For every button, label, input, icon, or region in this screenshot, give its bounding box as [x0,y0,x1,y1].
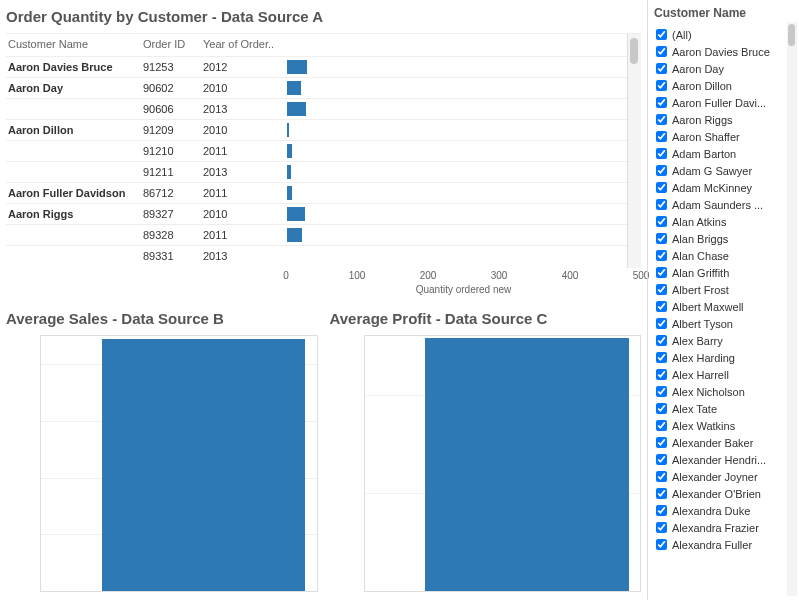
filter-checkbox[interactable] [656,505,667,516]
chart-bar[interactable] [425,338,629,591]
filter-item[interactable]: Adam Barton [654,145,799,162]
table-cell-customer[interactable]: Aaron Fuller Davidson [6,182,141,203]
filter-item[interactable]: Alex Nicholson [654,383,799,400]
filter-checkbox[interactable] [656,80,667,91]
filter-checkbox[interactable] [656,454,667,465]
table-cell-year[interactable]: 2011 [201,224,286,245]
filter-checkbox[interactable] [656,114,667,125]
filter-checkbox[interactable] [656,471,667,482]
filter-item[interactable]: Albert Frost [654,281,799,298]
filter-item[interactable]: Aaron Day [654,60,799,77]
col-header-customer[interactable]: Customer Name [6,34,141,56]
filter-checkbox[interactable] [656,403,667,414]
filter-checkbox[interactable] [656,97,667,108]
table-cell-customer[interactable]: Aaron Dillon [6,119,141,140]
filter-item[interactable]: Alexander O'Brien [654,485,799,502]
col-header-year[interactable]: Year of Order.. [201,34,286,56]
filter-checkbox[interactable] [656,148,667,159]
col-header-order[interactable]: Order ID [141,34,201,56]
filter-item[interactable]: Albert Tyson [654,315,799,332]
filter-item[interactable]: Alexandra Fuller [654,536,799,553]
table-cell-order[interactable]: 90602 [141,77,201,98]
filter-checkbox[interactable] [656,369,667,380]
filter-item[interactable]: Alexander Joyner [654,468,799,485]
table-bar[interactable] [286,119,627,140]
filter-checkbox[interactable] [656,539,667,550]
table-cell-order[interactable]: 86712 [141,182,201,203]
table-cell-order[interactable]: 90606 [141,98,201,119]
table-scrollbar[interactable] [627,34,641,268]
filter-checkbox[interactable] [656,386,667,397]
filter-checkbox[interactable] [656,216,667,227]
table-cell-order[interactable]: 89331 [141,245,201,266]
filter-checkbox[interactable] [656,199,667,210]
filter-checkbox[interactable] [656,165,667,176]
filter-item[interactable]: Alex Tate [654,400,799,417]
filter-checkbox[interactable] [656,352,667,363]
table-cell-customer[interactable] [6,161,141,182]
filter-item[interactable]: Alex Harding [654,349,799,366]
filter-checkbox[interactable] [656,182,667,193]
filter-checkbox[interactable] [656,131,667,142]
filter-checkbox[interactable] [656,284,667,295]
table-cell-year[interactable]: 2013 [201,161,286,182]
filter-item[interactable]: Adam McKinney [654,179,799,196]
table-bar[interactable] [286,140,627,161]
filter-item[interactable]: Aaron Shaffer [654,128,799,145]
table-bar[interactable] [286,182,627,203]
filter-item[interactable]: Aaron Davies Bruce [654,43,799,60]
filter-checkbox[interactable] [656,522,667,533]
filter-item[interactable]: Alan Atkins [654,213,799,230]
table-bar[interactable] [286,224,627,245]
filter-checkbox[interactable] [656,267,667,278]
filter-item[interactable]: Adam Saunders ... [654,196,799,213]
filter-item[interactable]: Alex Barry [654,332,799,349]
table-bar[interactable] [286,245,627,266]
filter-item[interactable]: Alexander Hendri... [654,451,799,468]
table-bar[interactable] [286,77,627,98]
table-cell-order[interactable]: 91210 [141,140,201,161]
filter-item[interactable]: Alan Griffith [654,264,799,281]
table-cell-year[interactable]: 2010 [201,119,286,140]
filter-checkbox[interactable] [656,318,667,329]
filter-item[interactable]: Alexandra Frazier [654,519,799,536]
filter-scrollbar[interactable] [787,22,797,596]
chart-bar[interactable] [102,339,306,591]
filter-checkbox[interactable] [656,233,667,244]
filter-item[interactable]: Alexander Baker [654,434,799,451]
filter-checkbox[interactable] [656,301,667,312]
filter-checkbox[interactable] [656,250,667,261]
filter-checkbox[interactable] [656,335,667,346]
table-bar[interactable] [286,98,627,119]
filter-checkbox[interactable] [656,420,667,431]
filter-item[interactable]: Albert Maxwell [654,298,799,315]
table-cell-customer[interactable]: Aaron Riggs [6,203,141,224]
table-cell-year[interactable]: 2012 [201,56,286,77]
table-cell-customer[interactable] [6,245,141,266]
table-cell-year[interactable]: 2013 [201,98,286,119]
table-cell-order[interactable]: 91211 [141,161,201,182]
filter-checkbox[interactable] [656,437,667,448]
table-cell-year[interactable]: 2011 [201,182,286,203]
filter-item[interactable]: Aaron Fuller Davi... [654,94,799,111]
filter-item[interactable]: (All) [654,26,799,43]
filter-checkbox[interactable] [656,29,667,40]
table-cell-order[interactable]: 89328 [141,224,201,245]
table-cell-customer[interactable]: Aaron Day [6,77,141,98]
filter-item[interactable]: Alex Watkins [654,417,799,434]
filter-item[interactable]: Aaron Riggs [654,111,799,128]
table-cell-year[interactable]: 2013 [201,245,286,266]
table-cell-year[interactable]: 2011 [201,140,286,161]
filter-item[interactable]: Aaron Dillon [654,77,799,94]
filter-checkbox[interactable] [656,46,667,57]
table-bar[interactable] [286,56,627,77]
table-cell-year[interactable]: 2010 [201,203,286,224]
table-cell-order[interactable]: 91253 [141,56,201,77]
filter-item[interactable]: Alex Harrell [654,366,799,383]
table-cell-year[interactable]: 2010 [201,77,286,98]
filter-item[interactable]: Adam G Sawyer [654,162,799,179]
table-cell-order[interactable]: 91209 [141,119,201,140]
table-cell-customer[interactable] [6,224,141,245]
filter-checkbox[interactable] [656,488,667,499]
table-cell-customer[interactable] [6,140,141,161]
